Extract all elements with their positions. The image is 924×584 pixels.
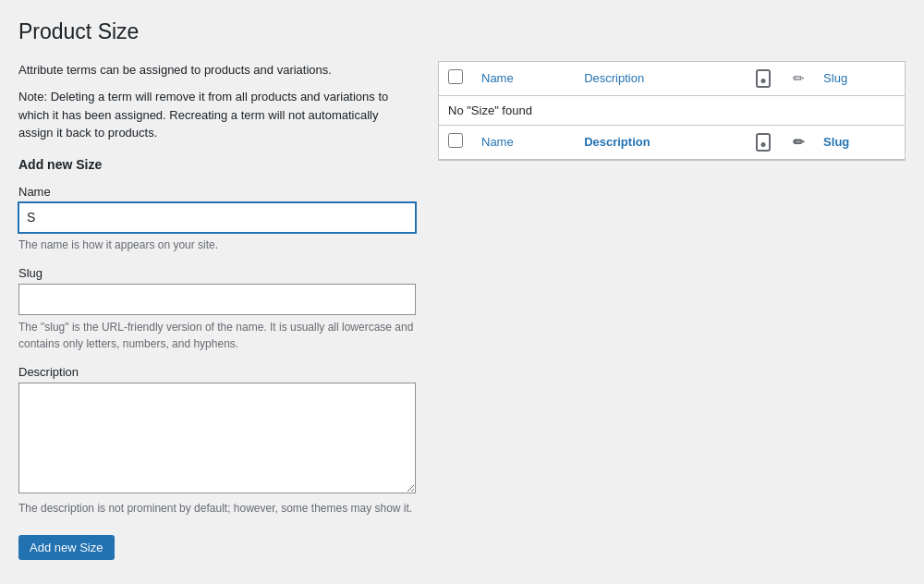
note-text: Note: Deleting a term will remove it fro… [18,88,416,142]
th-bottom-slug[interactable]: Slug [814,125,905,159]
name-input[interactable] [18,202,416,234]
th-name-label: Name [481,71,514,85]
description-hint: The description is not prominent by defa… [18,500,416,517]
description-textarea[interactable] [18,383,416,493]
th-bottom-edit-col: ✏ [784,125,814,159]
th-bottom-description[interactable]: Description [575,125,747,159]
slug-icon [756,69,771,88]
pen-icon-bottom: ✏ [793,134,805,151]
th-description-label: Description [584,71,644,85]
select-all-checkbox[interactable] [448,69,463,84]
description-label: Description [18,365,416,379]
th-edit-col: ✏ [784,62,814,96]
slug-label: Slug [18,266,416,280]
th-icon-col [747,62,784,96]
name-field-group: Name The name is how it appears on your … [18,185,416,254]
slug-field-group: Slug The "slug" is the URL-friendly vers… [18,266,416,352]
slug-icon-bottom [756,133,771,152]
no-found-cell: No "Size" found [439,95,905,125]
th-name[interactable]: Name [472,62,575,96]
terms-table-panel: Name Description ✏ Slug [438,61,906,161]
name-label: Name [18,185,416,199]
th-bottom-name[interactable]: Name [472,125,575,159]
attribute-info-text: Attribute terms can be assigned to produ… [18,61,416,79]
th-slug[interactable]: Slug [814,62,905,96]
slug-input[interactable] [18,284,416,315]
th-bottom-checkbox [439,125,472,159]
add-new-section-title: Add new Size [18,157,416,172]
table-footer-header-row: Name Description ✏ Slug [439,125,905,159]
th-checkbox [439,62,472,96]
pen-icon: ✏ [793,70,805,87]
left-panel: Attribute terms can be assigned to produ… [18,61,416,560]
table-header-row: Name Description ✏ Slug [439,62,905,96]
th-bottom-description-label: Description [584,135,650,149]
select-all-bottom-checkbox[interactable] [448,133,463,148]
add-new-size-button[interactable]: Add new Size [18,535,115,560]
th-bottom-name-label: Name [481,135,514,149]
th-slug-label: Slug [823,71,847,85]
name-hint: The name is how it appears on your site. [18,237,416,253]
th-bottom-icon-col [747,125,784,159]
page-title: Product Size [18,18,906,46]
description-field-group: Description The description is not promi… [18,365,416,517]
terms-table: Name Description ✏ Slug [439,62,905,160]
th-description[interactable]: Description [575,62,747,96]
no-found-row: No "Size" found [439,95,905,125]
th-bottom-slug-label: Slug [823,135,849,149]
slug-hint: The "slug" is the URL-friendly version o… [18,319,416,352]
